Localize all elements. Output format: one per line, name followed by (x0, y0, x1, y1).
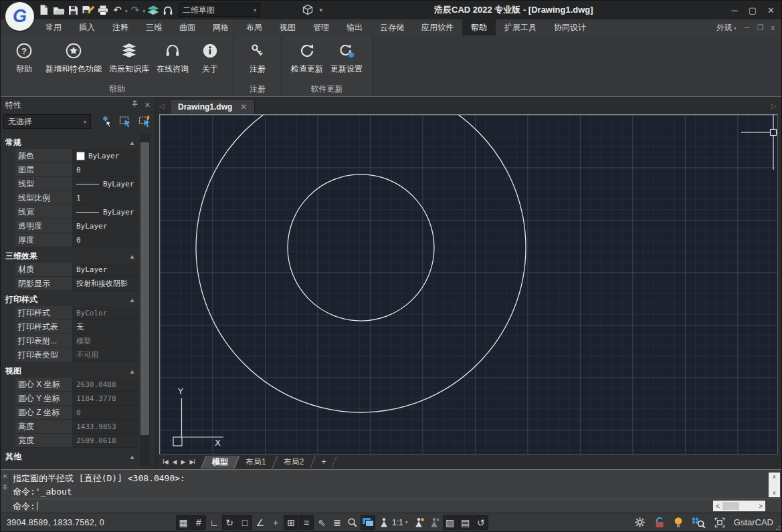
selection-filter-dropdown[interactable]: 无选择 ▾ (3, 114, 91, 129)
gstarcad-logo-icon[interactable]: G (5, 2, 34, 31)
ribbon-tab-三维[interactable]: 三维 (137, 19, 171, 35)
ribbon-tab-插入[interactable]: 插入 (70, 19, 104, 35)
plot-icon[interactable] (96, 2, 110, 18)
status-toggle-clean-screen[interactable]: ↺ (474, 515, 488, 530)
property-value[interactable]: 2589.0618 (73, 434, 138, 448)
view-cube-icon[interactable] (300, 2, 314, 18)
new-file-icon[interactable] (37, 2, 51, 18)
brightness-bulb-icon[interactable] (674, 517, 683, 529)
quick-select-icon[interactable] (118, 115, 133, 129)
property-value[interactable]: 1433.9853 (73, 420, 138, 434)
settings-gear-icon[interactable] (634, 517, 646, 528)
property-value[interactable]: 无 (73, 320, 138, 334)
undo-dropdown-icon[interactable]: ▾ (125, 5, 128, 15)
status-toggle-object-snap-tracking[interactable]: + (268, 515, 283, 530)
status-toggle-selection-cycling[interactable]: ⇖ (314, 515, 329, 530)
scrollbar-thumb[interactable] (722, 502, 739, 510)
property-value[interactable]: 2630.0488 (73, 378, 138, 392)
doc-close-button[interactable]: x (771, 23, 775, 32)
command-vertical-scrollbar[interactable]: ∧ ∨ (769, 473, 780, 497)
ribbon-button-更新设置[interactable]: 更新设置 (327, 40, 366, 76)
workspace-dropdown[interactable]: 二维草图 ▾ (179, 3, 260, 17)
status-toggle-show-lineweight[interactable]: ≡ (299, 515, 314, 530)
property-value[interactable]: 投射和接收阴影 (73, 277, 138, 291)
doc-restore-button[interactable]: ❐ (757, 23, 764, 32)
command-pin-icon[interactable] (2, 485, 8, 492)
collapse-arrow-icon[interactable]: ▴ (130, 368, 134, 375)
minimize-button[interactable]: ─ (732, 5, 738, 15)
property-value[interactable]: ByLayer (73, 149, 138, 163)
section-header-常规[interactable]: 常规▴ (1, 136, 138, 149)
ribbon-tab-云存储[interactable]: 云存储 (371, 19, 413, 35)
collapse-arrow-icon[interactable]: ▴ (130, 296, 134, 303)
scroll-left-icon[interactable]: < (716, 503, 720, 510)
ribbon-button-注册[interactable]: 注册 (240, 40, 275, 76)
property-value[interactable]: ByColor (73, 306, 138, 320)
status-toggle-angle-override[interactable]: ∠ (253, 515, 268, 530)
ribbon-tab-扩展工具[interactable]: 扩展工具 (496, 19, 545, 35)
layout-tab-+[interactable]: + (312, 456, 334, 469)
layout-tab-布局1[interactable]: 布局1 (237, 456, 275, 469)
status-toggle-snap[interactable]: ▦ (176, 515, 191, 530)
save-as-icon[interactable] (81, 2, 95, 18)
drawing-canvas[interactable]: YX (159, 114, 778, 454)
ribbon-button-新增和特色功能[interactable]: 新增和特色功能 (42, 40, 105, 76)
properties-scrollbar[interactable] (140, 134, 150, 466)
last-layout-icon[interactable]: ▶Ⅰ (189, 458, 195, 465)
collapse-arrow-icon[interactable]: ▴ (130, 453, 134, 460)
tab-scroll-left-icon[interactable]: ◁ (157, 99, 167, 114)
status-toggle-grid[interactable]: # (191, 515, 206, 530)
scrollbar-thumb[interactable] (140, 142, 149, 435)
ribbon-tab-帮助[interactable]: 帮助 (462, 19, 496, 35)
unlock-icon[interactable] (654, 517, 665, 529)
ribbon-tab-输出[interactable]: 输出 (338, 19, 371, 35)
hardware-acceleration-icon[interactable] (692, 517, 706, 529)
ribbon-tab-视图[interactable]: 视图 (271, 19, 304, 35)
open-file-icon[interactable] (52, 2, 66, 18)
section-header-视图[interactable]: 视图▴ (1, 364, 138, 378)
save-icon[interactable] (66, 2, 80, 18)
property-value[interactable]: 0 (73, 233, 138, 247)
online-support-icon[interactable] (161, 2, 175, 18)
first-layout-icon[interactable]: Ⅰ◀ (163, 458, 168, 465)
prev-layout-icon[interactable]: ◀ (173, 458, 177, 465)
collapse-arrow-icon[interactable]: ▴ (130, 139, 134, 146)
maximize-button[interactable]: ▢ (749, 5, 757, 15)
status-toggle-annotation-scale[interactable]: 1:1▾ (376, 515, 411, 530)
property-value[interactable]: 0 (73, 163, 138, 177)
fullscreen-icon[interactable] (714, 517, 725, 528)
collapse-arrow-icon[interactable]: ▴ (130, 253, 134, 260)
scroll-right-icon[interactable]: > (759, 503, 763, 510)
property-value[interactable]: 不可用 (73, 348, 138, 362)
drawn-circle[interactable] (196, 115, 526, 412)
status-toggle-auto-annotation[interactable] (427, 515, 442, 530)
ribbon-button-检查更新[interactable]: 检查更新 (288, 40, 326, 76)
property-value[interactable]: ByLayer (73, 205, 138, 219)
layer-tools-icon[interactable] (146, 2, 160, 18)
status-toggle-layer-isolate[interactable]: ≣ (330, 515, 345, 530)
status-toggle-model-paper-toggle[interactable] (361, 515, 375, 530)
next-layout-icon[interactable]: ▶ (181, 458, 185, 465)
ribbon-tab-曲面[interactable]: 曲面 (171, 19, 204, 35)
status-toggle-object-snap[interactable]: □ (237, 515, 252, 530)
ribbon-tab-注释[interactable]: 注释 (104, 19, 137, 35)
section-header-打印样式[interactable]: 打印样式▴ (1, 293, 138, 306)
ribbon-button-浩辰知识库[interactable]: 浩辰知识库 (106, 40, 153, 76)
drawing-tab[interactable]: Drawing1.dwg ✕ (170, 99, 255, 114)
ribbon-tab-管理[interactable]: 管理 (304, 19, 338, 35)
layout-tab-模型[interactable]: 模型 (203, 456, 237, 469)
status-toggle-ortho[interactable]: ∟ (207, 515, 221, 530)
close-button[interactable]: ✕ (767, 5, 775, 15)
tab-scroll-right-icon[interactable]: ▷ (769, 99, 779, 114)
status-toggle-annotation-visibility[interactable] (412, 515, 427, 530)
close-icon[interactable]: ✕ (144, 101, 151, 110)
command-input-line[interactable]: 命令: (13, 501, 42, 513)
property-value[interactable]: ByLayer (73, 263, 138, 277)
section-header-其他[interactable]: 其他▴ (1, 450, 138, 463)
status-toggle-transparency[interactable]: ▨ (443, 515, 458, 530)
property-value[interactable]: 0 (73, 406, 138, 420)
command-horizontal-scrollbar[interactable]: < > (713, 501, 765, 511)
resize-grip[interactable] (775, 525, 781, 531)
drawn-circle[interactable] (288, 174, 434, 321)
section-header-三维效果[interactable]: 三维效果▴ (1, 249, 138, 263)
